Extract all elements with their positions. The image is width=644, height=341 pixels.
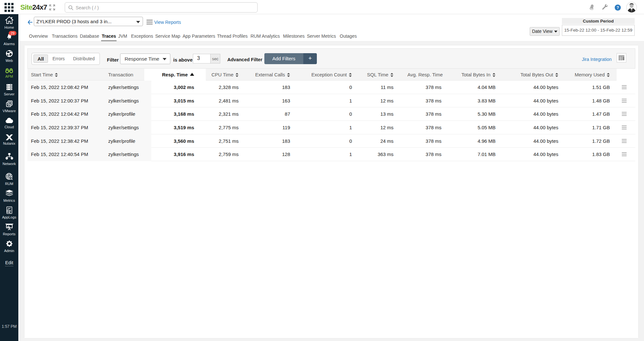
svg-text:?: ? [617,5,619,10]
